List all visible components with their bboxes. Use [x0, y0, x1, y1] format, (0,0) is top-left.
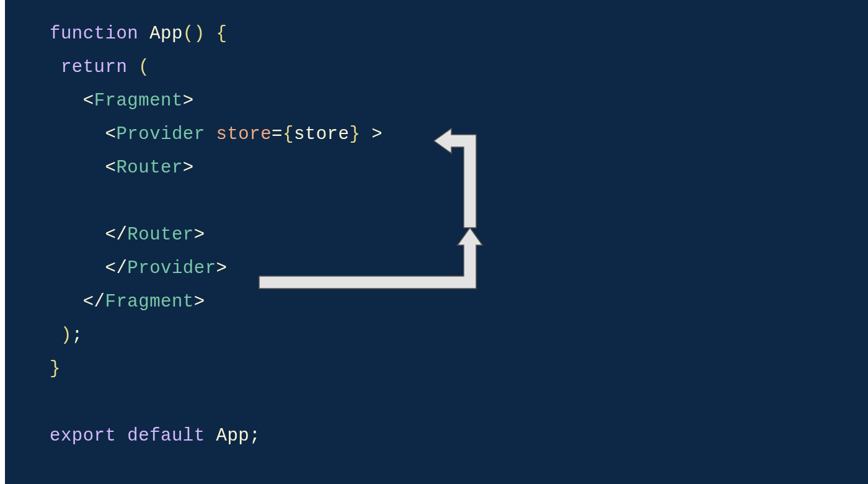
code-editor: function App() { return ( <Fragment> <Pr… [5, 0, 868, 484]
tag-close-bracket: > [360, 124, 383, 145]
code-line-4: <Provider store={store} > [50, 118, 868, 151]
code-line-5: <Router> [50, 151, 868, 185]
tag-close-bracket: > [183, 158, 194, 178]
equals: = [272, 124, 283, 145]
tag-provider-close: Provider [127, 258, 216, 279]
tag-open-bracket: < [105, 124, 117, 145]
paren-open: ( [127, 57, 149, 78]
tag-close-bracket: > [216, 258, 228, 279]
export-name: App [216, 426, 250, 446]
code-line-7: </Router> [50, 218, 868, 252]
keyword-return: return [61, 57, 127, 78]
tag-open-bracket: < [105, 158, 117, 178]
code-line-1: function App() { [50, 17, 868, 51]
tag-fragment-close: Fragment [105, 292, 194, 312]
attr-value: store [294, 124, 350, 145]
code-line-9: </Fragment> [50, 285, 868, 319]
semicolon: ; [72, 325, 83, 346]
code-line-13: export default App; [50, 419, 868, 453]
function-name: App [149, 24, 183, 44]
keyword-default: default [127, 426, 205, 446]
semicolon: ; [249, 426, 260, 446]
attr-store: store [216, 124, 272, 145]
tag-open-bracket: </ [105, 258, 128, 279]
brace-open: { [205, 24, 228, 44]
tag-provider: Provider [116, 124, 205, 145]
code-line-8: </Provider> [50, 252, 868, 285]
tag-router-close: Router [127, 225, 193, 245]
code-line-10: ); [50, 319, 868, 352]
blank-line [50, 185, 868, 218]
code-line-11: } [50, 352, 868, 386]
tag-close-bracket: > [183, 91, 194, 111]
blank-line [50, 386, 868, 419]
tag-router: Router [116, 158, 182, 178]
tag-close-bracket: > [194, 225, 205, 245]
tag-open-bracket: </ [105, 225, 128, 245]
paren-close: ) [61, 325, 72, 346]
keyword-function: function [50, 24, 138, 44]
code-line-2: return ( [50, 51, 868, 84]
tag-close-bracket: > [194, 292, 205, 312]
tag-fragment: Fragment [94, 91, 183, 111]
brace-close: } [50, 359, 61, 379]
tag-open-bracket: < [83, 91, 94, 111]
tag-open-bracket: </ [83, 292, 105, 312]
brace-left: { [283, 124, 294, 145]
brace-right: } [349, 124, 360, 145]
keyword-export: export [50, 426, 116, 446]
code-line-3: <Fragment> [50, 84, 868, 118]
parens: () [183, 24, 205, 44]
